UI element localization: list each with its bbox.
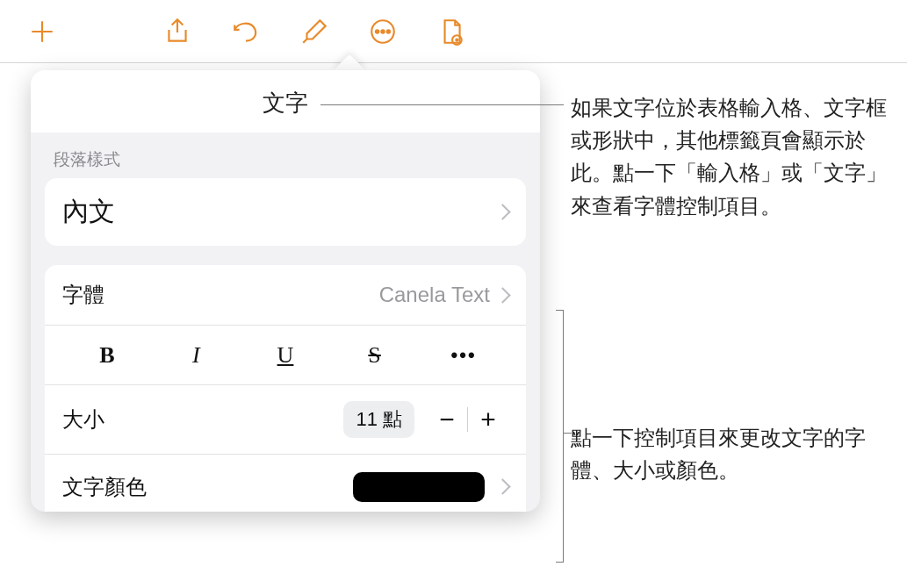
- svg-point-3: [387, 30, 390, 32]
- size-stepper: − +: [427, 403, 508, 436]
- font-label: 字體: [62, 281, 104, 309]
- document-button[interactable]: [434, 14, 469, 49]
- share-icon: [162, 17, 192, 47]
- popover-header: 文字: [31, 70, 540, 133]
- popover-body: 文字 段落樣式 內文 字體 Canela Text B I U S •••: [31, 70, 540, 512]
- document-icon: [436, 17, 466, 47]
- share-button[interactable]: [160, 14, 195, 49]
- strikethrough-button[interactable]: S: [330, 342, 420, 369]
- callout-font-controls: 點一下控制項目來更改文字的字體、大小或顏色。: [571, 421, 896, 486]
- size-decrease-button[interactable]: −: [427, 403, 467, 436]
- leader-line-1: [320, 104, 564, 105]
- chevron-right-icon: [494, 478, 510, 494]
- size-label: 大小: [62, 405, 104, 434]
- svg-point-2: [381, 30, 384, 32]
- underline-button[interactable]: U: [241, 342, 330, 369]
- row-size: 大小 11 點 − +: [45, 384, 526, 454]
- paragraph-style-value: 內文: [62, 194, 115, 230]
- plus-icon: [27, 17, 57, 47]
- callout-tabs: 如果文字位於表格輸入格、文字框或形狀中，其他標籤頁會顯示於此。點一下「輸入格」或…: [571, 91, 896, 222]
- popover-title: 文字: [31, 88, 540, 118]
- row-paragraph-style[interactable]: 內文: [45, 178, 526, 246]
- add-button[interactable]: [25, 14, 60, 49]
- svg-point-5: [455, 38, 458, 41]
- row-text-color[interactable]: 文字顏色: [45, 454, 526, 512]
- text-color-label: 文字顏色: [62, 473, 147, 501]
- more-icon: [368, 17, 398, 47]
- row-text-style: B I U S •••: [45, 325, 526, 384]
- chevron-right-icon: [494, 287, 510, 303]
- card-paragraph-style: 內文: [45, 178, 526, 246]
- text-color-swatch[interactable]: [353, 472, 485, 502]
- bold-button[interactable]: B: [62, 342, 152, 369]
- size-increase-button[interactable]: +: [468, 403, 508, 436]
- more-button[interactable]: [365, 14, 400, 49]
- format-brush-icon: [299, 17, 329, 47]
- chevron-right-icon: [494, 204, 510, 219]
- section-label-paragraph-styles: 段落樣式: [31, 133, 540, 178]
- undo-button[interactable]: [228, 14, 263, 49]
- more-text-options-button[interactable]: •••: [419, 344, 508, 367]
- format-popover: 文字 段落樣式 內文 字體 Canela Text B I U S •••: [31, 70, 540, 512]
- undo-icon: [231, 17, 261, 47]
- format-button[interactable]: [297, 14, 332, 49]
- italic-button[interactable]: I: [152, 342, 241, 369]
- leader-bracket: [546, 310, 564, 563]
- toolbar: [0, 0, 907, 63]
- row-font[interactable]: 字體 Canela Text: [45, 265, 526, 325]
- size-value[interactable]: 11 點: [343, 401, 414, 438]
- card-font-controls: 字體 Canela Text B I U S ••• 大小 11 點 − +: [45, 265, 526, 512]
- font-value: Canela Text: [379, 283, 497, 307]
- svg-point-1: [376, 30, 378, 32]
